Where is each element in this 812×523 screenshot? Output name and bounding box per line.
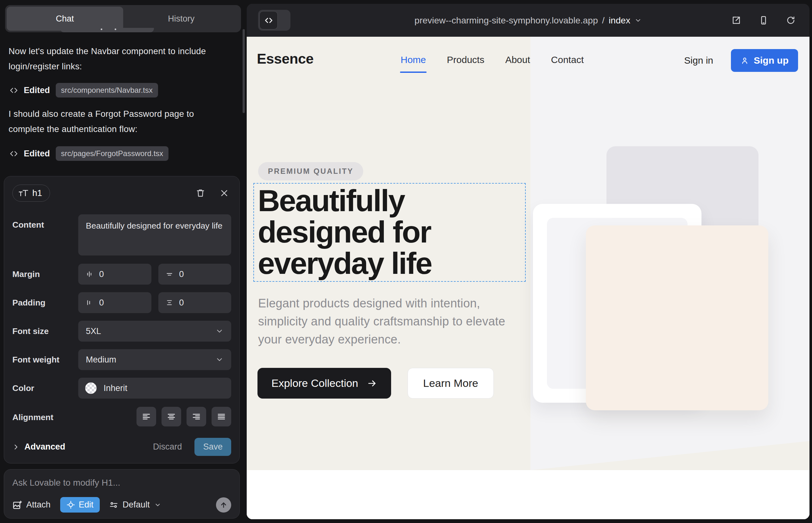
preview-window: preview--charming-site-symphony.lovable.… xyxy=(247,4,810,519)
chat-scrollbar[interactable] xyxy=(243,29,245,113)
person-icon xyxy=(740,56,749,65)
next-section xyxy=(247,470,810,519)
padding-vertical-icon xyxy=(165,299,174,307)
nav-link-home[interactable]: Home xyxy=(401,54,426,65)
sign-in-link[interactable]: Sign in xyxy=(684,55,713,66)
target-icon xyxy=(67,501,75,509)
code-icon xyxy=(264,16,273,25)
image-plus-icon xyxy=(12,500,22,510)
code-icon xyxy=(10,149,18,158)
font-weight-select[interactable]: Medium xyxy=(78,349,231,370)
composer-input[interactable]: Ask Lovable to modify H1... xyxy=(12,478,231,488)
site-brand[interactable]: Essence xyxy=(257,51,314,67)
color-select[interactable]: Inherit xyxy=(78,378,231,399)
hero-description: Elegant products designed with intention… xyxy=(258,294,521,348)
app-window: Chat History Now let's update the Navbar… xyxy=(0,0,812,523)
font-size-select[interactable]: 5XL xyxy=(78,321,231,342)
mobile-view-icon[interactable] xyxy=(759,16,768,25)
nav-link-contact[interactable]: Contact xyxy=(551,54,584,65)
close-editor-button[interactable] xyxy=(220,189,229,198)
element-tag-label: h1 xyxy=(32,188,42,198)
align-right-button[interactable] xyxy=(187,407,206,427)
font-weight-label: Font weight xyxy=(12,349,78,365)
delete-element-button[interactable] xyxy=(196,188,205,198)
chat-panel: Chat History Now let's update the Navbar… xyxy=(0,0,247,523)
site-navbar: Essence Home Products About Contact Sign… xyxy=(247,37,810,84)
margin-x-input[interactable]: 0 xyxy=(78,264,152,285)
file-chip[interactable]: src/components/Navbar.tsx xyxy=(56,83,158,97)
chevron-down-icon xyxy=(634,17,642,24)
send-button[interactable] xyxy=(216,497,231,512)
attach-button[interactable]: Attach xyxy=(12,500,51,510)
edited-file-row: Edited src/pages/ForgotPassword.tsx xyxy=(10,146,169,161)
premium-quality-badge: PREMIUM QUALITY xyxy=(258,162,363,180)
open-in-new-tab-icon[interactable] xyxy=(731,16,741,25)
advanced-toggle[interactable]: Advanced xyxy=(12,442,65,452)
edit-mode-button[interactable]: Edit xyxy=(60,497,100,512)
element-tag-badge: h1 xyxy=(12,184,50,202)
content-input[interactable]: Beautifully designed for everyday life xyxy=(78,214,231,255)
nav-link-products[interactable]: Products xyxy=(447,54,484,65)
file-chip[interactable]: src/pages/ForgotPassword.tsx xyxy=(56,146,169,161)
margin-y-input[interactable]: 0 xyxy=(158,264,231,285)
chat-mode-selector[interactable]: Default xyxy=(109,500,161,510)
code-view-segment[interactable] xyxy=(259,11,278,30)
align-left-button[interactable] xyxy=(137,407,156,427)
chat-composer: Ask Lovable to modify H1... Attach Edit xyxy=(4,469,240,519)
url-bar[interactable]: preview--charming-site-symphony.lovable.… xyxy=(414,4,642,37)
element-editor-panel: h1 Content Beautifully designed for ever… xyxy=(4,176,240,464)
font-size-label: Font size xyxy=(12,321,78,336)
assistant-message: Now let's update the Navbar component to… xyxy=(8,44,222,74)
url-separator: / xyxy=(602,15,604,26)
chevron-right-icon xyxy=(12,444,19,451)
sign-up-button[interactable]: Sign up xyxy=(731,49,798,72)
sliders-icon xyxy=(109,501,118,509)
assistant-message: I should also create a Forgot Password p… xyxy=(8,106,222,137)
margin-label: Margin xyxy=(12,264,78,279)
scrolled-chip-partial xyxy=(60,28,154,32)
arrow-right-icon xyxy=(367,378,377,389)
chevron-down-icon xyxy=(215,327,224,335)
text-size-icon xyxy=(18,189,29,197)
explore-collection-button[interactable]: Explore Collection xyxy=(258,368,391,399)
learn-more-button[interactable]: Learn More xyxy=(408,368,494,399)
hero-beige-card xyxy=(586,226,768,410)
padding-y-input[interactable]: 0 xyxy=(158,292,231,313)
content-label: Content xyxy=(12,214,78,230)
url-page: index xyxy=(609,15,630,26)
hero-headline[interactable]: Beautifully designed for everyday life xyxy=(258,185,525,279)
edited-label: Edited xyxy=(24,86,50,95)
url-host: preview--charming-site-symphony.lovable.… xyxy=(414,15,598,26)
padding-x-input[interactable]: 0 xyxy=(78,292,152,313)
margin-horizontal-icon xyxy=(85,270,93,278)
nav-link-about[interactable]: About xyxy=(505,54,530,65)
h1-selection-outline[interactable]: Beautifully designed for everyday life xyxy=(253,183,526,282)
tab-chat[interactable]: Chat xyxy=(7,7,123,31)
save-button[interactable]: Save xyxy=(194,438,231,456)
margin-vertical-icon xyxy=(165,270,174,278)
arrow-up-icon xyxy=(219,501,228,509)
color-swatch-transparent xyxy=(85,382,96,394)
code-icon xyxy=(10,86,18,95)
tab-history[interactable]: History xyxy=(123,7,240,31)
align-justify-button[interactable] xyxy=(212,407,231,427)
code-preview-toggle[interactable] xyxy=(258,10,290,31)
edited-file-row: Edited src/components/Navbar.tsx xyxy=(10,83,158,97)
align-center-button[interactable] xyxy=(161,407,181,427)
padding-label: Padding xyxy=(12,292,78,308)
discard-button[interactable]: Discard xyxy=(153,442,182,452)
chevron-down-icon xyxy=(154,502,161,508)
color-label: Color xyxy=(12,378,78,393)
padding-horizontal-icon xyxy=(85,299,93,307)
hero-diagonal-wedge xyxy=(530,441,810,470)
site-page: Essence Home Products About Contact Sign… xyxy=(247,37,810,519)
chevron-down-icon xyxy=(215,356,224,364)
browser-toolbar: preview--charming-site-symphony.lovable.… xyxy=(247,4,810,37)
edited-label: Edited xyxy=(24,149,50,159)
refresh-icon[interactable] xyxy=(786,16,796,25)
alignment-label: Alignment xyxy=(12,407,78,422)
